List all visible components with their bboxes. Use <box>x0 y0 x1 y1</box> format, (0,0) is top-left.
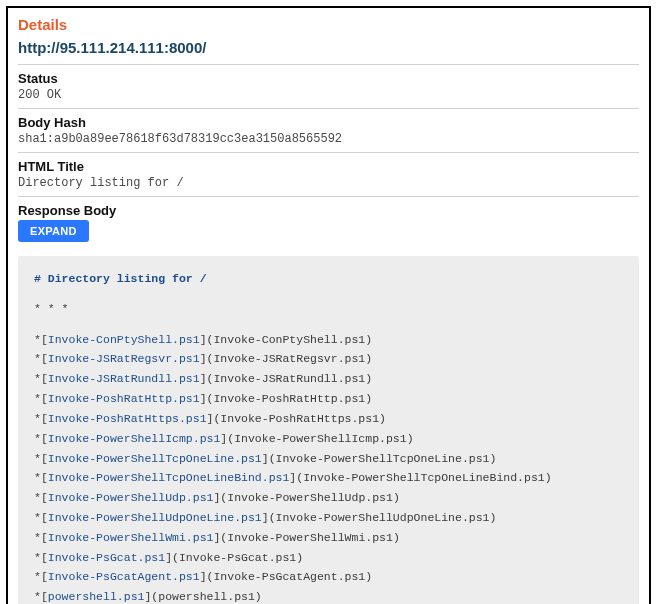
target-url: http://95.111.214.111:8000/ <box>18 39 639 56</box>
file-link[interactable]: Invoke-PowerShellUdpOneLine.ps1 <box>48 511 262 524</box>
file-link[interactable]: Invoke-PowerShellIcmp.ps1 <box>48 432 221 445</box>
bullet: * <box>34 509 41 527</box>
file-link[interactable]: Invoke-PsGcatAgent.ps1 <box>48 570 200 583</box>
section-title: Details <box>18 16 639 33</box>
bullet: * <box>34 410 41 428</box>
bullet: * <box>34 469 41 487</box>
list-item: * [Invoke-PowerShellIcmp.ps1](Invoke-Pow… <box>34 429 623 449</box>
response-body-content: # Directory listing for / * * * * [Invok… <box>18 256 639 604</box>
bullet: * <box>34 331 41 349</box>
response-body-label: Response Body <box>18 203 639 218</box>
list-item: * [Invoke-PowerShellTcpOneLineBind.ps1](… <box>34 468 623 488</box>
divider <box>18 108 639 109</box>
list-item: * [Invoke-ConPtyShell.ps1](Invoke-ConPty… <box>34 330 623 350</box>
file-link[interactable]: Invoke-PoshRatHttps.ps1 <box>48 412 207 425</box>
bullet: * <box>34 489 41 507</box>
bullet: * <box>34 370 41 388</box>
list-item: * [Invoke-JSRatRundll.ps1](Invoke-JSRatR… <box>34 369 623 389</box>
status-value: 200 OK <box>18 88 639 102</box>
html-title-value: Directory listing for / <box>18 176 639 190</box>
listing-heading: # Directory listing for / <box>34 270 623 288</box>
list-item: * [Invoke-PsGcatAgent.ps1](Invoke-PsGcat… <box>34 567 623 587</box>
divider <box>18 152 639 153</box>
file-link[interactable]: Invoke-PowerShellTcpOneLineBind.ps1 <box>48 471 290 484</box>
file-link[interactable]: Invoke-ConPtyShell.ps1 <box>48 333 200 346</box>
body-hash-value: sha1:a9b0a89ee78618f63d78319cc3ea3150a85… <box>18 132 639 146</box>
body-hash-label: Body Hash <box>18 115 639 130</box>
bullet: * <box>34 350 41 368</box>
bullet: * <box>34 430 41 448</box>
bullet: * <box>34 390 41 408</box>
list-item: * [powershell.ps1](powershell.ps1) <box>34 587 623 604</box>
divider <box>18 64 639 65</box>
bullet: * <box>34 529 41 547</box>
file-link[interactable]: Invoke-PoshRatHttp.ps1 <box>48 392 200 405</box>
list-item: * [Invoke-JSRatRegsvr.ps1](Invoke-JSRatR… <box>34 349 623 369</box>
list-item: * [Invoke-PoshRatHttp.ps1](Invoke-PoshRa… <box>34 389 623 409</box>
bullet: * <box>34 450 41 468</box>
listing-separator-top: * * * <box>34 300 623 318</box>
details-panel: Details http://95.111.214.111:8000/ Stat… <box>6 6 651 604</box>
list-item: * [Invoke-PowerShellTcpOneLine.ps1](Invo… <box>34 449 623 469</box>
list-item: * [Invoke-PowerShellUdp.ps1](Invoke-Powe… <box>34 488 623 508</box>
file-link[interactable]: Invoke-PowerShellTcpOneLine.ps1 <box>48 452 262 465</box>
bullet: * <box>34 588 41 604</box>
file-link[interactable]: Invoke-PsGcat.ps1 <box>48 551 165 564</box>
list-item: * [Invoke-PowerShellWmi.ps1](Invoke-Powe… <box>34 528 623 548</box>
bullet: * <box>34 568 41 586</box>
list-item: * [Invoke-PowerShellUdpOneLine.ps1](Invo… <box>34 508 623 528</box>
divider <box>18 196 639 197</box>
file-link[interactable]: Invoke-PowerShellWmi.ps1 <box>48 531 214 544</box>
list-item: * [Invoke-PsGcat.ps1](Invoke-PsGcat.ps1) <box>34 548 623 568</box>
file-link[interactable]: Invoke-PowerShellUdp.ps1 <box>48 491 214 504</box>
html-title-label: HTML Title <box>18 159 639 174</box>
file-listing: * [Invoke-ConPtyShell.ps1](Invoke-ConPty… <box>34 330 623 604</box>
list-item: * [Invoke-PoshRatHttps.ps1](Invoke-PoshR… <box>34 409 623 429</box>
file-link[interactable]: Invoke-JSRatRundll.ps1 <box>48 372 200 385</box>
file-link[interactable]: powershell.ps1 <box>48 590 145 603</box>
bullet: * <box>34 549 41 567</box>
status-label: Status <box>18 71 639 86</box>
expand-button[interactable]: EXPAND <box>18 220 89 242</box>
file-link[interactable]: Invoke-JSRatRegsvr.ps1 <box>48 352 200 365</box>
